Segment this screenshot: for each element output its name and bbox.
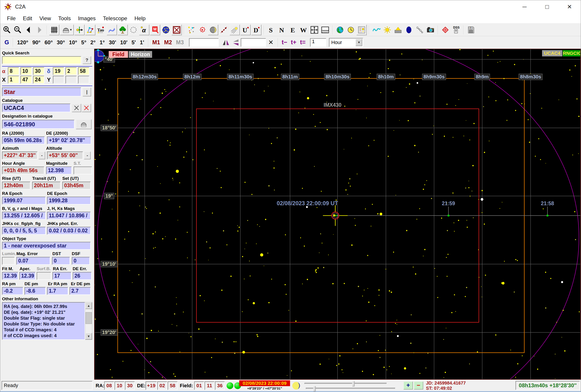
zoom-minus-button[interactable]: − [414,382,423,390]
y3-input[interactable] [78,76,89,84]
minimize-icon[interactable]: ─ [513,0,536,13]
flip-horizontal-icon[interactable] [221,37,231,47]
ra-hours-input[interactable]: 8 [8,67,19,75]
dec-degrees-input[interactable]: 19 [53,67,64,75]
fov-button-2deg[interactable]: 2° [88,39,98,46]
status-field-d[interactable]: 01 [194,382,204,390]
clock-icon[interactable] [346,24,356,35]
ra-seconds-input[interactable]: 30 [33,67,44,75]
x3-input[interactable]: 24 [33,76,44,84]
grid-toggle-button[interactable]: G [2,39,11,46]
chevron-down-icon[interactable]: ▼ [356,39,362,46]
x1-input[interactable]: 1 [8,76,19,84]
memory-button-m3[interactable]: M3 [174,39,186,46]
deep-sky-icon[interactable] [161,24,171,35]
field-mode-tab[interactable]: Field [109,51,128,58]
catalogue-prev-button[interactable] [72,104,81,112]
menu-help[interactable]: Help [131,14,149,23]
scroll-down-icon[interactable]: ▼ [85,333,92,340]
earth-icon[interactable] [335,24,345,35]
y2-input[interactable] [66,76,77,84]
fov-diamond-icon[interactable] [440,24,450,35]
fov-button-30deg[interactable]: 30° [55,39,67,46]
search-field-2[interactable] [241,38,266,47]
search-field-1[interactable] [189,38,219,47]
tree-icon[interactable] [118,24,128,35]
forward-icon[interactable] [34,24,44,35]
star-names-icon[interactable]: Taυ [96,24,106,35]
clear-search-icon[interactable]: ✕ [266,39,276,46]
ra-minutes-input[interactable]: 10 [20,67,32,75]
quick-search-input[interactable] [2,56,81,64]
grid-icon[interactable] [49,24,60,35]
catalogue-badge-ucac4[interactable]: UCAC4 [542,50,562,56]
panel-icon[interactable] [356,24,367,35]
goto-telescope-button[interactable] [76,119,92,129]
menu-tools[interactable]: Tools [55,14,74,23]
zoom-out-icon[interactable] [12,24,23,35]
d-planet-icon[interactable]: D [251,24,262,35]
scroll-up-icon[interactable]: ▲ [85,302,92,309]
north-icon[interactable]: N [277,24,287,35]
scrollbar-thumb[interactable] [86,312,92,324]
south-icon[interactable]: S [266,24,276,35]
messier-icon[interactable]: M [150,24,160,35]
status-ra-h[interactable]: 08 [104,382,114,390]
comets-icon[interactable] [230,24,240,35]
asteroids-icon[interactable] [219,24,229,35]
scrollbar-track[interactable] [85,309,92,333]
time-plus-button[interactable]: t+ [289,39,298,46]
y1-input[interactable] [53,76,64,84]
menu-telescope[interactable]: Telescope [99,14,131,23]
zoom-plus-button[interactable]: + [404,382,413,390]
time-step-input[interactable]: 1 [310,38,326,47]
status-field-m[interactable]: 11 [204,382,214,390]
horizon-box-icon[interactable] [320,24,330,35]
catalogue-value[interactable]: UCAC4 [2,104,70,112]
magnitude-slider[interactable] [306,388,395,389]
sun-spikes-icon[interactable] [382,24,392,35]
east-icon[interactable]: E [288,24,298,35]
satellites-icon[interactable] [414,24,425,35]
designation-value[interactable]: 546-021890 [2,120,74,129]
menu-images[interactable]: Images [74,14,100,23]
current-datetime[interactable]: 02/08/2023 22:00:09 +8°28'23" / +47°20'3… [239,380,290,390]
status-ra-m[interactable]: 10 [114,382,124,390]
status-ra-s[interactable]: 30 [125,382,135,390]
wave-icon[interactable] [371,24,382,35]
sun-icon[interactable] [197,24,208,35]
status-field-s[interactable]: 36 [215,382,225,390]
fov-button-5min[interactable]: 5' [130,39,138,46]
scrollbar[interactable]: ▲ ▼ [85,302,92,340]
fov-button-1deg[interactable]: 1° [98,39,107,46]
fov-button-90deg[interactable]: 90° [30,39,42,46]
fov-button-120deg[interactable]: 120° [15,39,30,46]
milky-way-icon[interactable] [107,24,117,35]
save-image-icon[interactable]: T [466,24,476,35]
time-unit-select[interactable]: Hour ▼ [329,38,363,47]
star-chart-canvas[interactable] [95,49,581,379]
fov-button-30min[interactable]: 30' [107,39,118,46]
memory-button-m1[interactable]: M1 [150,39,162,46]
x2-input[interactable]: 47 [20,76,32,84]
menu-file[interactable]: File [4,14,19,23]
fov-button-60deg[interactable]: 60° [42,39,55,46]
menu-view[interactable]: View [36,14,55,23]
moon-icon[interactable] [208,24,218,35]
brightness-slider-thumb[interactable] [352,381,355,386]
quick-search-help-button[interactable]: ? [82,56,91,64]
status-de-s[interactable]: 58 [168,382,178,390]
dotted-circle-icon[interactable] [128,24,138,35]
west-icon[interactable]: W [298,24,309,35]
magnitude-slider-thumb[interactable] [313,386,316,391]
dome-icon[interactable]: ▼ [60,24,74,35]
constellation-lines-icon[interactable] [85,24,96,35]
catalogue-next-button[interactable] [82,104,91,112]
status-de-m[interactable]: 02 [157,382,167,390]
catalogue-badge-rngcic[interactable]: RNGCIC [563,50,581,56]
pan-icon[interactable] [309,24,320,35]
coord-axes-icon[interactable] [74,24,84,35]
uranus-icon[interactable]: U [240,24,251,35]
azimuth-minus-button[interactable]: - [38,152,45,159]
brightness-slider[interactable] [304,383,387,384]
